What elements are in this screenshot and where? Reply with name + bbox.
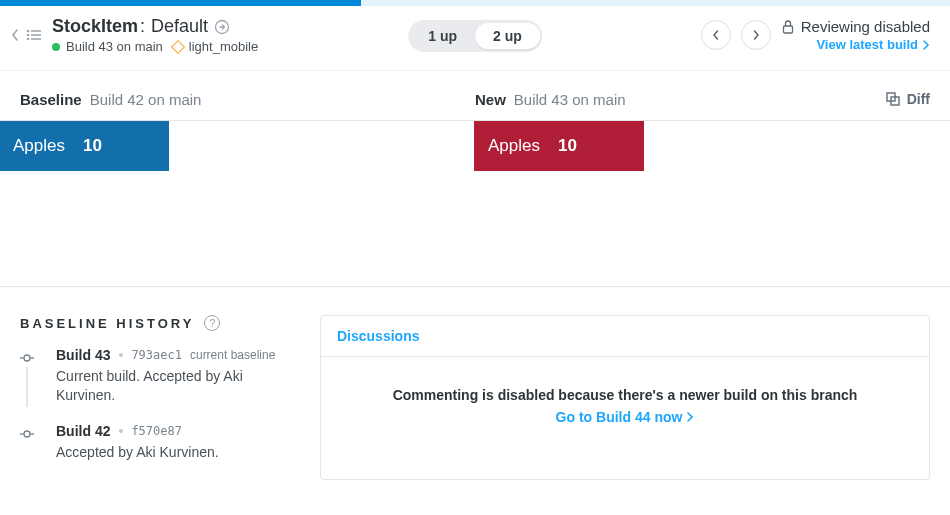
svg-point-2 [27,38,30,41]
toggle-2up[interactable]: 2 up [475,23,540,49]
baseline-title: Baseline [20,91,82,108]
next-button[interactable] [741,20,771,50]
card-count: 10 [83,136,102,156]
compare-bar: Baseline Build 42 on main New Build 43 o… [0,71,950,121]
entry-build: Build 43 [56,347,110,363]
story-name: Default [151,16,208,37]
discussions-tab[interactable]: Discussions [321,316,929,357]
baseline-card: Apples 10 [0,121,169,171]
build-meta: Build 43 on main [52,39,163,54]
diamond-icon [171,39,185,53]
card-name: Apples [13,136,65,156]
help-icon[interactable]: ? [204,315,220,331]
baseline-history: BASELINE HISTORY ? Build 43 • 793aec1 cu… [20,315,300,480]
history-entry: Build 42 • f570e87 Accepted by Aki Kurvi… [20,423,300,462]
chevron-right-icon [922,40,930,50]
view-toggle: 1 up 2 up [408,20,542,52]
theme-label: light_mobile [189,39,258,54]
entry-desc: Accepted by Aki Kurvinen. [56,443,300,462]
new-snapshot: Apples 10 [475,121,950,286]
svg-rect-3 [31,30,41,32]
prev-button[interactable] [701,20,731,50]
header: StockItem : Default Build 43 on main lig… [0,6,950,71]
expand-icon[interactable] [214,19,230,35]
svg-point-13 [24,431,30,437]
reviewing-status: Reviewing disabled [781,18,930,35]
new-card: Apples 10 [474,121,644,171]
list-icon[interactable] [26,28,42,42]
diff-button[interactable]: Diff [885,91,930,107]
card-count: 10 [558,136,577,156]
entry-build: Build 42 [56,423,110,439]
status-dot-icon [52,43,60,51]
entry-hash: 793aec1 [131,348,182,362]
history-heading: BASELINE HISTORY [20,316,194,331]
snapshots-area: Apples 10 Apples 10 [0,121,950,287]
toggle-1up[interactable]: 1 up [410,23,475,49]
discussions-panel: Discussions Commenting is disabled becau… [320,315,930,480]
lock-icon [781,19,795,35]
svg-rect-4 [31,34,41,36]
svg-rect-5 [31,38,41,40]
commit-icon [20,351,34,365]
svg-rect-7 [783,26,792,33]
discussions-message: Commenting is disabled because there's a… [337,387,913,403]
view-latest-build-link[interactable]: View latest build [781,37,930,52]
baseline-build: Build 42 on main [90,91,202,108]
theme-meta: light_mobile [173,39,258,54]
svg-point-0 [27,30,30,33]
svg-point-10 [24,355,30,361]
component-name: StockItem [52,16,138,37]
entry-desc: Current build. Accepted by Aki Kurvinen. [56,367,300,405]
back-chevron-icon[interactable] [10,28,20,42]
title-separator: : [140,16,145,37]
commit-icon [20,427,34,441]
diff-icon [885,91,901,107]
new-build: Build 43 on main [514,91,626,108]
chevron-right-icon [686,412,694,422]
new-title: New [475,91,506,108]
build-label: Build 43 on main [66,39,163,54]
entry-hash: f570e87 [131,424,182,438]
baseline-snapshot: Apples 10 [0,121,475,286]
svg-point-1 [27,34,30,37]
reviewing-label: Reviewing disabled [801,18,930,35]
entry-tag: current baseline [190,348,275,362]
card-name: Apples [488,136,540,156]
go-to-build-link[interactable]: Go to Build 44 now [556,409,695,425]
history-entry: Build 43 • 793aec1 current baseline Curr… [20,347,300,405]
